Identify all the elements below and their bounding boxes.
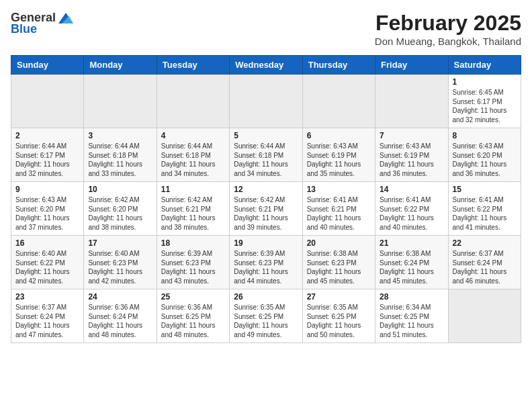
day-number: 9	[15, 185, 79, 194]
day-number: 13	[307, 185, 371, 194]
day-info: Sunrise: 6:39 AMSunset: 6:23 PMDaylight:…	[234, 249, 298, 285]
day-info: Sunrise: 6:43 AMSunset: 6:20 PMDaylight:…	[15, 195, 79, 232]
day-cell: 21Sunrise: 6:38 AMSunset: 6:24 PMDayligh…	[375, 236, 448, 289]
day-info: Sunrise: 6:35 AMSunset: 6:25 PMDaylight:…	[234, 303, 298, 339]
day-cell: 4Sunrise: 6:44 AMSunset: 6:18 PMDaylight…	[157, 128, 229, 182]
day-info: Sunrise: 6:37 AMSunset: 6:24 PMDaylight:…	[15, 303, 79, 339]
day-cell: 20Sunrise: 6:38 AMSunset: 6:23 PMDayligh…	[302, 236, 375, 289]
day-number: 1	[453, 77, 517, 87]
day-number: 16	[15, 238, 79, 248]
weekday-header-monday: Monday	[84, 56, 157, 75]
week-row-5: 23Sunrise: 6:37 AMSunset: 6:24 PMDayligh…	[11, 289, 521, 343]
day-info: Sunrise: 6:42 AMSunset: 6:21 PMDaylight:…	[234, 195, 298, 232]
day-info: Sunrise: 6:38 AMSunset: 6:24 PMDaylight:…	[380, 249, 443, 285]
day-info: Sunrise: 6:43 AMSunset: 6:19 PMDaylight:…	[307, 142, 371, 178]
week-row-4: 16Sunrise: 6:40 AMSunset: 6:22 PMDayligh…	[11, 236, 521, 289]
day-info: Sunrise: 6:37 AMSunset: 6:24 PMDaylight:…	[453, 249, 517, 285]
day-cell: 12Sunrise: 6:42 AMSunset: 6:21 PMDayligh…	[230, 182, 302, 236]
day-cell: 19Sunrise: 6:39 AMSunset: 6:23 PMDayligh…	[230, 236, 302, 289]
day-info: Sunrise: 6:42 AMSunset: 6:21 PMDaylight:…	[161, 195, 225, 232]
day-number: 2	[15, 131, 79, 140]
day-number: 6	[307, 131, 371, 140]
day-info: Sunrise: 6:39 AMSunset: 6:23 PMDaylight:…	[161, 249, 225, 285]
day-cell: 5Sunrise: 6:44 AMSunset: 6:18 PMDaylight…	[230, 128, 302, 182]
day-cell: 6Sunrise: 6:43 AMSunset: 6:19 PMDaylight…	[302, 128, 375, 182]
day-cell: 7Sunrise: 6:43 AMSunset: 6:19 PMDaylight…	[375, 128, 448, 182]
day-number: 27	[307, 292, 371, 302]
day-info: Sunrise: 6:45 AMSunset: 6:17 PMDaylight:…	[453, 88, 517, 124]
day-cell	[230, 75, 302, 128]
day-cell: 2Sunrise: 6:44 AMSunset: 6:17 PMDaylight…	[11, 128, 84, 182]
day-cell: 1Sunrise: 6:45 AMSunset: 6:17 PMDaylight…	[448, 75, 521, 128]
day-cell	[375, 75, 448, 128]
day-number: 12	[234, 185, 298, 194]
day-cell: 23Sunrise: 6:37 AMSunset: 6:24 PMDayligh…	[11, 289, 84, 343]
day-cell: 26Sunrise: 6:35 AMSunset: 6:25 PMDayligh…	[230, 289, 302, 343]
logo-blue-text: Blue	[11, 22, 37, 36]
day-cell: 18Sunrise: 6:39 AMSunset: 6:23 PMDayligh…	[157, 236, 229, 289]
header: General Blue February 2025 Don Mueang, B…	[11, 11, 521, 47]
day-cell: 11Sunrise: 6:42 AMSunset: 6:21 PMDayligh…	[157, 182, 229, 236]
day-number: 26	[234, 292, 298, 302]
weekday-header-saturday: Saturday	[448, 56, 521, 75]
day-cell: 27Sunrise: 6:35 AMSunset: 6:25 PMDayligh…	[302, 289, 375, 343]
day-info: Sunrise: 6:41 AMSunset: 6:22 PMDaylight:…	[380, 195, 443, 232]
week-row-3: 9Sunrise: 6:43 AMSunset: 6:20 PMDaylight…	[11, 182, 521, 236]
day-cell: 22Sunrise: 6:37 AMSunset: 6:24 PMDayligh…	[448, 236, 521, 289]
day-number: 14	[380, 185, 443, 194]
day-number: 22	[453, 238, 517, 248]
day-cell: 8Sunrise: 6:43 AMSunset: 6:20 PMDaylight…	[448, 128, 521, 182]
day-cell	[448, 289, 521, 343]
day-info: Sunrise: 6:40 AMSunset: 6:23 PMDaylight:…	[88, 249, 152, 285]
day-cell: 16Sunrise: 6:40 AMSunset: 6:22 PMDayligh…	[11, 236, 84, 289]
day-cell: 9Sunrise: 6:43 AMSunset: 6:20 PMDaylight…	[11, 182, 84, 236]
day-cell	[157, 75, 229, 128]
day-info: Sunrise: 6:44 AMSunset: 6:18 PMDaylight:…	[161, 142, 225, 178]
day-number: 10	[88, 185, 152, 194]
day-info: Sunrise: 6:38 AMSunset: 6:23 PMDaylight:…	[307, 249, 371, 285]
day-info: Sunrise: 6:44 AMSunset: 6:17 PMDaylight:…	[15, 142, 79, 178]
day-number: 19	[234, 238, 298, 248]
day-number: 28	[380, 292, 443, 302]
day-info: Sunrise: 6:40 AMSunset: 6:22 PMDaylight:…	[15, 249, 79, 285]
day-cell	[302, 75, 375, 128]
day-cell: 24Sunrise: 6:36 AMSunset: 6:24 PMDayligh…	[84, 289, 157, 343]
day-info: Sunrise: 6:41 AMSunset: 6:21 PMDaylight:…	[307, 195, 371, 232]
day-number: 5	[234, 131, 298, 140]
weekday-header-wednesday: Wednesday	[230, 56, 302, 75]
day-info: Sunrise: 6:41 AMSunset: 6:22 PMDaylight:…	[453, 195, 517, 232]
day-number: 3	[88, 131, 152, 140]
title-section: February 2025 Don Mueang, Bangkok, Thail…	[375, 11, 521, 47]
day-number: 4	[161, 131, 225, 140]
day-cell: 13Sunrise: 6:41 AMSunset: 6:21 PMDayligh…	[302, 182, 375, 236]
day-cell	[11, 75, 84, 128]
day-cell: 28Sunrise: 6:34 AMSunset: 6:25 PMDayligh…	[375, 289, 448, 343]
weekday-header-row: SundayMondayTuesdayWednesdayThursdayFrid…	[11, 56, 521, 75]
day-cell	[84, 75, 157, 128]
weekday-header-friday: Friday	[375, 56, 448, 75]
day-number: 15	[453, 185, 517, 194]
logo: General Blue	[11, 11, 73, 36]
day-cell: 25Sunrise: 6:36 AMSunset: 6:25 PMDayligh…	[157, 289, 229, 343]
day-number: 21	[380, 238, 443, 248]
logo-icon	[58, 13, 73, 24]
day-cell: 17Sunrise: 6:40 AMSunset: 6:23 PMDayligh…	[84, 236, 157, 289]
day-number: 24	[88, 292, 152, 302]
day-info: Sunrise: 6:36 AMSunset: 6:24 PMDaylight:…	[88, 303, 152, 339]
day-number: 25	[161, 292, 225, 302]
calendar-title: February 2025	[375, 11, 521, 36]
day-info: Sunrise: 6:43 AMSunset: 6:20 PMDaylight:…	[453, 142, 517, 178]
week-row-2: 2Sunrise: 6:44 AMSunset: 6:17 PMDaylight…	[11, 128, 521, 182]
day-info: Sunrise: 6:44 AMSunset: 6:18 PMDaylight:…	[234, 142, 298, 178]
day-cell: 14Sunrise: 6:41 AMSunset: 6:22 PMDayligh…	[375, 182, 448, 236]
weekday-header-sunday: Sunday	[11, 56, 84, 75]
day-info: Sunrise: 6:34 AMSunset: 6:25 PMDaylight:…	[380, 303, 443, 339]
weekday-header-thursday: Thursday	[302, 56, 375, 75]
day-number: 23	[15, 292, 79, 302]
day-cell: 3Sunrise: 6:44 AMSunset: 6:18 PMDaylight…	[84, 128, 157, 182]
day-info: Sunrise: 6:43 AMSunset: 6:19 PMDaylight:…	[380, 142, 443, 178]
day-number: 11	[161, 185, 225, 194]
day-number: 17	[88, 238, 152, 248]
weekday-header-tuesday: Tuesday	[157, 56, 229, 75]
day-info: Sunrise: 6:36 AMSunset: 6:25 PMDaylight:…	[161, 303, 225, 339]
